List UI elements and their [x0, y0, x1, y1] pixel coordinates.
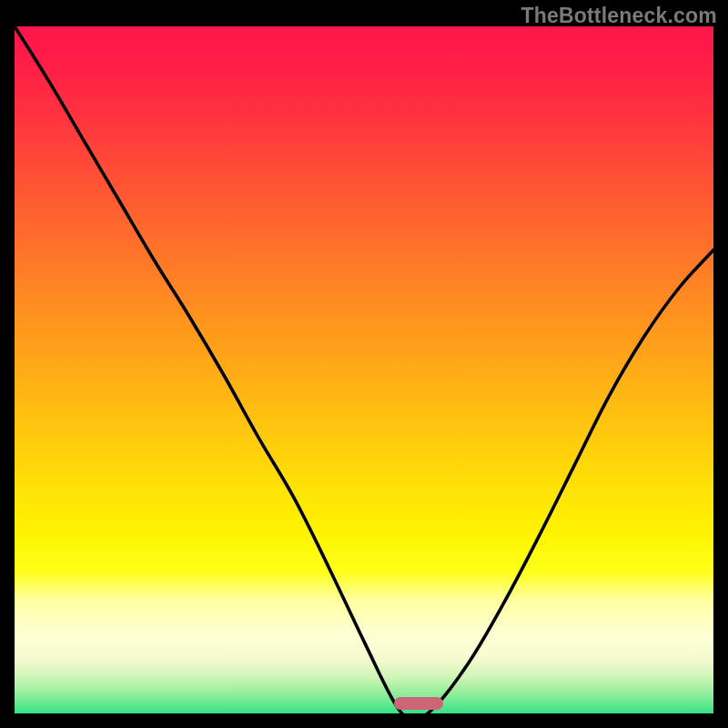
watermark-text: TheBottleneck.com	[521, 4, 717, 28]
plot-area	[15, 26, 713, 713]
bottleneck-curve	[15, 26, 713, 713]
chart-frame: TheBottleneck.com	[0, 0, 728, 728]
optimal-marker	[394, 697, 443, 710]
